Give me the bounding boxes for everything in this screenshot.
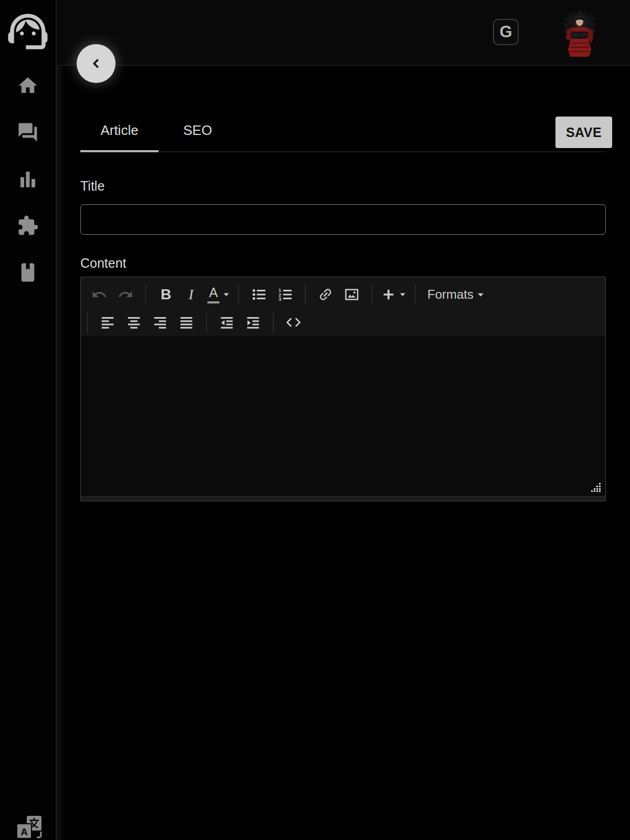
text-color-button[interactable]: A	[205, 283, 232, 306]
image-icon	[344, 287, 360, 302]
google-g-glyph: G	[499, 23, 512, 41]
sidebar-item-translate[interactable]: A	[17, 816, 42, 840]
sidebar-item-bookmarks[interactable]	[17, 261, 39, 284]
align-right-icon	[152, 314, 168, 330]
title-label: Title	[80, 178, 606, 193]
editor-toolbar: B I A	[81, 277, 605, 336]
align-center-button[interactable]	[121, 311, 147, 334]
google-button[interactable]: G	[493, 19, 519, 45]
toolbar-separator	[273, 312, 274, 332]
redo-icon	[118, 287, 133, 302]
link-icon	[318, 287, 333, 302]
sidebar-item-chat[interactable]	[17, 121, 39, 143]
toolbar-separator	[372, 285, 372, 304]
support-agent-icon[interactable]	[4, 7, 51, 56]
caret-down-icon	[400, 292, 406, 297]
outdent-icon	[219, 314, 235, 330]
undo-icon	[91, 287, 107, 302]
toolbar-row-1: B I A	[86, 279, 600, 310]
text-color-glyph: A	[207, 286, 219, 303]
toolbar-separator	[87, 312, 88, 332]
bullet-list-icon	[250, 287, 267, 302]
chat-icon	[17, 121, 39, 143]
puzzle-icon	[17, 215, 39, 237]
outdent-button[interactable]	[214, 311, 240, 334]
avatar[interactable]	[559, 8, 601, 57]
align-justify-icon	[178, 314, 194, 330]
link-button[interactable]	[312, 283, 339, 306]
align-right-button[interactable]	[147, 311, 173, 334]
editor-content-area[interactable]	[81, 336, 605, 496]
translate-icon: A	[17, 816, 42, 840]
toolbar-separator	[238, 285, 239, 304]
numbered-list-icon: 1 2 3	[277, 287, 293, 302]
tab-article-label: Article	[100, 122, 138, 139]
align-center-icon	[126, 314, 142, 330]
italic-button[interactable]: I	[179, 283, 205, 306]
avatar-image	[559, 8, 601, 57]
sidebar-nav	[0, 75, 56, 284]
tab-article[interactable]: Article	[80, 110, 159, 152]
toolbar-separator	[305, 285, 306, 304]
toolbar-separator	[415, 285, 415, 304]
title-input[interactable]	[80, 204, 606, 235]
save-button[interactable]: SAVE	[555, 117, 612, 148]
italic-glyph: I	[188, 286, 195, 303]
align-left-icon	[100, 314, 116, 330]
bold-button[interactable]: B	[153, 283, 179, 306]
chevron-left-icon	[89, 57, 103, 70]
caret-down-icon	[223, 292, 229, 297]
sidebar-item-plugins[interactable]	[17, 215, 39, 237]
toolbar-row-2	[86, 310, 600, 335]
tab-seo-label: SEO	[183, 122, 212, 139]
bar-chart-icon	[17, 168, 39, 190]
sidebar: A	[0, 0, 56, 840]
top-header: G	[57, 0, 630, 66]
code-icon	[285, 316, 302, 329]
numbered-list-button[interactable]: 1 2 3	[272, 283, 298, 306]
tab-seo[interactable]: SEO	[159, 110, 237, 152]
bold-glyph: B	[161, 286, 171, 303]
plus-icon	[381, 287, 396, 302]
main-area: G Article	[56, 0, 630, 840]
bookmark-icon	[17, 261, 39, 284]
align-justify-button[interactable]	[173, 311, 200, 334]
undo-button[interactable]	[86, 283, 112, 306]
formats-label: Formats	[427, 287, 474, 302]
sidebar-item-stats[interactable]	[17, 168, 39, 190]
insert-button[interactable]	[379, 283, 408, 306]
tab-bar: Article SEO SAVE	[80, 110, 606, 152]
indent-icon	[245, 314, 261, 330]
code-button[interactable]	[280, 311, 307, 334]
content-label: Content	[80, 256, 606, 270]
page: { "header": { "google_label": "G", "avat…	[0, 0, 630, 840]
svg-text:A: A	[20, 826, 28, 837]
back-button[interactable]	[77, 44, 116, 83]
editor-statusbar	[81, 496, 605, 501]
indent-button[interactable]	[240, 311, 266, 334]
sidebar-item-home[interactable]	[17, 75, 39, 97]
home-icon	[17, 75, 39, 97]
caret-down-icon	[477, 292, 484, 297]
rich-text-editor: B I A	[80, 277, 606, 501]
align-left-button[interactable]	[94, 311, 121, 334]
content-panel: Article SEO SAVE Title Content	[57, 66, 630, 501]
image-button[interactable]	[339, 283, 365, 306]
svg-text:3: 3	[279, 297, 281, 302]
redo-button[interactable]	[112, 283, 139, 306]
toolbar-separator	[206, 312, 207, 332]
formats-dropdown[interactable]: Formats	[422, 283, 489, 306]
bullet-list-button[interactable]	[246, 283, 272, 306]
resize-handle[interactable]	[591, 483, 602, 492]
toolbar-separator	[145, 285, 146, 304]
